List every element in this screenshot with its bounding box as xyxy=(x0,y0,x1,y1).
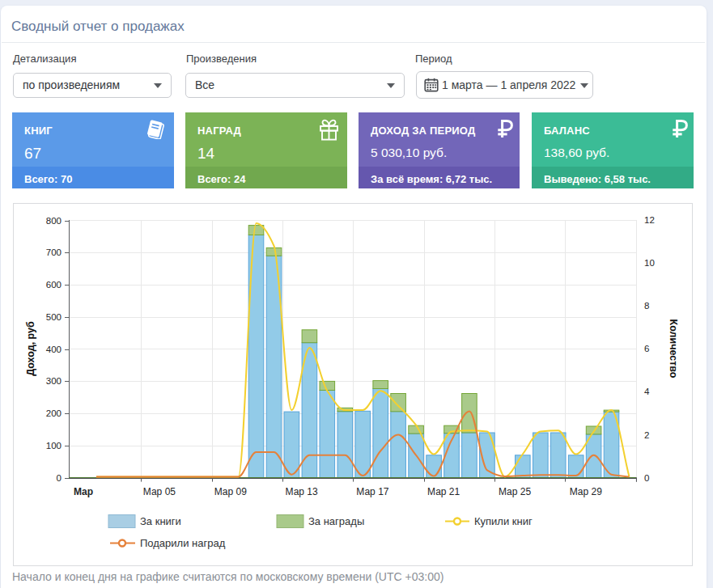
svg-text:600: 600 xyxy=(46,280,62,290)
svg-text:0: 0 xyxy=(644,473,649,483)
svg-text:8: 8 xyxy=(644,301,649,311)
svg-text:Мар 09: Мар 09 xyxy=(214,486,247,497)
svg-text:12: 12 xyxy=(644,215,655,225)
svg-text:Подарили наград: Подарили наград xyxy=(140,537,226,549)
svg-text:Доход, руб: Доход, руб xyxy=(25,321,36,376)
svg-text:2: 2 xyxy=(644,430,649,440)
svg-text:Мар 29: Мар 29 xyxy=(570,486,602,497)
svg-text:200: 200 xyxy=(46,408,62,418)
svg-text:За награды: За награды xyxy=(308,515,364,527)
svg-text:Мар 21: Мар 21 xyxy=(427,486,460,497)
svg-text:100: 100 xyxy=(46,441,62,451)
svg-text:Мар 17: Мар 17 xyxy=(356,486,388,497)
svg-text:4: 4 xyxy=(644,387,650,396)
svg-text:800: 800 xyxy=(46,216,62,226)
svg-text:Мар 25: Мар 25 xyxy=(499,486,531,497)
svg-text:Купили книг: Купили книг xyxy=(474,515,533,527)
svg-text:Мар 05: Мар 05 xyxy=(143,486,176,497)
svg-text:500: 500 xyxy=(46,312,62,322)
svg-text:Мар 13: Мар 13 xyxy=(286,486,318,497)
svg-text:10: 10 xyxy=(644,258,655,268)
svg-text:700: 700 xyxy=(46,247,62,257)
svg-text:Количество: Количество xyxy=(668,319,679,379)
svg-text:400: 400 xyxy=(46,345,62,354)
svg-text:За книги: За книги xyxy=(140,515,181,527)
svg-text:Мар: Мар xyxy=(74,486,93,497)
svg-text:0: 0 xyxy=(57,473,62,483)
svg-text:6: 6 xyxy=(644,344,649,353)
svg-text:300: 300 xyxy=(46,376,62,386)
